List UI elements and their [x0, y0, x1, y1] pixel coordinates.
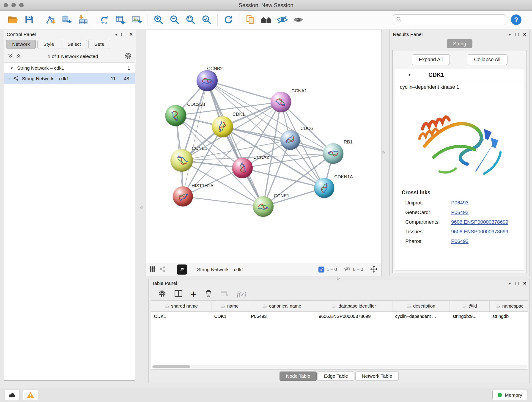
toolbar-separator — [40, 14, 40, 26]
tab-style[interactable]: Style — [37, 40, 60, 49]
share-network-icon[interactable] — [159, 266, 166, 273]
clone-network-icon[interactable] — [114, 13, 128, 27]
node-CDC25B[interactable] — [165, 105, 186, 126]
section-collapse-icon[interactable]: ▼ — [408, 73, 412, 77]
grid-view-icon[interactable] — [149, 266, 156, 273]
open-session-icon[interactable] — [6, 13, 20, 27]
float-panel-icon[interactable] — [515, 282, 519, 285]
expand-all-networks-icon[interactable] — [16, 53, 21, 59]
tab-string[interactable]: String — [447, 39, 472, 48]
edge-CCNB2-HIST1H1A[interactable] — [183, 81, 207, 196]
column-header-description[interactable]: description — [393, 301, 450, 312]
panel-menu-icon[interactable]: ▾ — [509, 281, 511, 286]
horizontal-scrollbar[interactable] — [152, 365, 527, 369]
collapse-all-button[interactable]: Collapse All — [467, 54, 507, 65]
network-canvas[interactable]: CCNB2CCNA1CDC25BCDK1CDC6RB1CCNB1CCNA2CDK… — [146, 30, 381, 263]
results-panel: Results Panel ▾ × String Expand All Coll… — [389, 30, 530, 276]
column-header--id[interactable]: @id — [450, 301, 490, 312]
float-panel-icon[interactable] — [515, 33, 519, 36]
edge-HIST1H1A-CCNE1[interactable] — [183, 196, 263, 206]
import-network-file-icon[interactable] — [44, 13, 58, 27]
copy-snapshot-icon[interactable] — [243, 13, 257, 27]
column-header-database-identifier[interactable]: database identifier — [316, 301, 393, 312]
protein-structure-image — [395, 91, 524, 183]
tab-sets[interactable]: Sets — [89, 40, 110, 49]
gene-section-header[interactable]: ▼ CDK1 — [395, 69, 524, 81]
node-CDKN1A[interactable] — [314, 178, 334, 198]
panel-menu-icon[interactable]: ▾ — [509, 32, 511, 37]
zoom-in-icon[interactable] — [152, 13, 165, 27]
import-table-file-icon[interactable] — [76, 13, 90, 27]
column-header-label: namespac — [502, 303, 523, 309]
network-row[interactable]: ● String Network – cdk1 11 48 — [4, 73, 135, 84]
collapse-all-networks-icon[interactable] — [7, 53, 13, 59]
expand-all-button[interactable]: Expand All — [412, 54, 450, 65]
network-options-gear-icon[interactable] — [124, 52, 132, 61]
export-image-icon[interactable] — [130, 13, 144, 27]
splitter-handle-left[interactable] — [140, 206, 143, 209]
save-session-icon[interactable] — [22, 13, 36, 27]
new-network-selection-icon[interactable] — [98, 13, 112, 27]
network-collection-row[interactable]: ▼ String Network – cdk1 1 — [4, 63, 135, 73]
delete-column-trash-icon[interactable] — [205, 289, 212, 299]
splitter-handle-right[interactable] — [382, 151, 385, 154]
add-column-icon[interactable]: + — [191, 289, 196, 299]
float-panel-icon[interactable] — [121, 33, 125, 36]
node-HIST1H1A[interactable] — [173, 186, 193, 206]
hide-selected-icon[interactable] — [275, 13, 289, 27]
tab-node-table[interactable]: Node Table — [279, 371, 317, 381]
node-CCNA1[interactable] — [271, 92, 291, 112]
column-header-namespac[interactable]: namespac — [490, 301, 528, 312]
crosslink-link[interactable]: 9606.ENSP00000378699 — [451, 219, 508, 225]
node-CCNE1[interactable] — [253, 196, 273, 217]
results-panel-title: Results Panel — [393, 32, 423, 37]
tab-select[interactable]: Select — [62, 40, 87, 49]
panel-menu-icon[interactable]: ▾ — [115, 32, 117, 37]
function-builder-icon[interactable]: f(x) — [237, 290, 247, 298]
node-CCNB2[interactable] — [196, 70, 218, 91]
delete-table-icon[interactable] — [220, 290, 229, 298]
crosslink-link[interactable]: 9606.ENSP00000378699 — [451, 229, 508, 235]
edge-CCNB2-CCNA1[interactable] — [207, 81, 281, 102]
crosslink-link[interactable]: P06493 — [451, 238, 469, 244]
edge-CCNB2-CCNE1[interactable] — [207, 81, 263, 206]
node-CDK1[interactable] — [212, 116, 233, 137]
help-icon[interactable]: ? — [511, 14, 521, 25]
zoom-selected-icon[interactable] — [200, 13, 214, 27]
column-header-name[interactable]: name — [211, 301, 248, 312]
hidden-eye-icon[interactable] — [344, 266, 351, 273]
search-input[interactable] — [404, 17, 503, 22]
warning-status-button[interactable] — [23, 390, 38, 400]
pan-move-icon[interactable] — [370, 265, 378, 274]
apply-layout-icon[interactable] — [222, 13, 235, 27]
home-navigator-icon[interactable] — [259, 13, 273, 27]
zoom-out-icon[interactable] — [168, 13, 181, 27]
node-RB1[interactable] — [323, 143, 343, 164]
cloud-status-button[interactable] — [5, 390, 20, 400]
crosslink-link[interactable]: P06493 — [451, 200, 469, 206]
tab-network[interactable]: Network — [6, 40, 36, 49]
close-panel-icon[interactable]: × — [523, 281, 526, 286]
selected-checkbox-icon[interactable] — [318, 267, 324, 273]
collection-expand-icon[interactable]: ▼ — [10, 66, 13, 70]
memory-button[interactable]: Memory — [492, 390, 527, 400]
show-columns-icon[interactable] — [174, 290, 183, 298]
tab-edge-table[interactable]: Edge Table — [317, 371, 355, 381]
close-panel-icon[interactable]: × — [129, 32, 133, 37]
splitter-handle-bottom[interactable] — [336, 277, 340, 280]
zoom-fit-icon[interactable] — [184, 13, 197, 27]
table-settings-gear-icon[interactable] — [158, 290, 166, 298]
import-network-database-icon[interactable] — [60, 13, 74, 27]
node-CDC6[interactable] — [280, 130, 300, 150]
node-CCNB1[interactable] — [171, 149, 193, 172]
table-row[interactable]: CDK1CDK1P064939606.ENSP00000378699cyclin… — [151, 312, 528, 321]
scrollbar-thumb[interactable] — [152, 365, 190, 368]
column-header-shared-name[interactable]: shared name — [151, 301, 211, 312]
node-CCNA2[interactable] — [232, 158, 253, 178]
crosslink-link[interactable]: P06493 — [451, 210, 469, 216]
column-header-canonical-name[interactable]: canonical name — [248, 301, 316, 312]
tab-network-table[interactable]: Network Table — [355, 371, 399, 381]
close-panel-icon[interactable]: × — [523, 32, 526, 37]
open-in-window-icon[interactable] — [177, 264, 187, 274]
show-all-icon[interactable] — [291, 13, 305, 27]
